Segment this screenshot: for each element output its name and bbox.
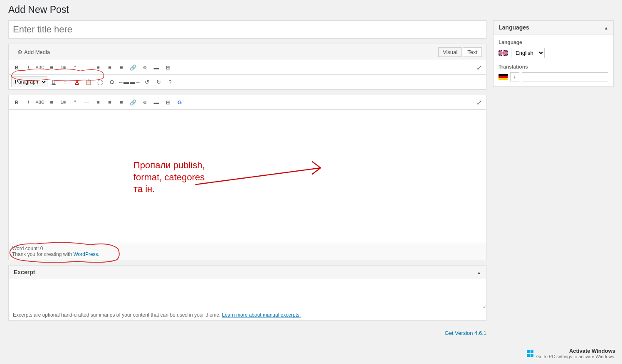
excerpt-textarea[interactable] <box>9 279 486 308</box>
languages-collapse-button[interactable] <box>604 24 608 31</box>
help-button[interactable]: ? <box>165 76 175 87</box>
add-media-button[interactable]: ⊕ Add Media <box>13 47 54 57</box>
google-translate-button[interactable]: G <box>174 97 185 108</box>
justify-button[interactable]: ≡ <box>60 76 71 87</box>
translation-input[interactable] <box>522 72 608 81</box>
undo-button[interactable]: ↺ <box>141 76 152 87</box>
text-cursor <box>13 114 13 121</box>
excerpt-collapse-button[interactable] <box>477 269 481 275</box>
svg-rect-8 <box>499 53 508 54</box>
align-center-button[interactable]: ≡ <box>104 62 115 73</box>
language-label: Language <box>499 39 608 45</box>
unordered-list-button-2[interactable]: ≡ <box>46 97 57 108</box>
excerpt-panel: Excerpt Excerpts are optional hand-craft… <box>8 265 486 321</box>
paragraph-select[interactable]: Paragraph Heading 1 Heading 2 <box>11 76 47 87</box>
toolbar-row-3: B I ABC ≡ 1≡ " — ≡ ≡ ≡ 🔗 ⊗ ▬ ⊞ G ⤢ <box>9 95 486 110</box>
horizontal-rule-button[interactable]: — <box>81 62 92 73</box>
clear-formatting-button[interactable]: ◯ <box>95 76 106 87</box>
expand-editor-button[interactable]: ⤢ <box>474 63 484 72</box>
toolbar-row-1: B I ABC ≡ 1≡ " — ≡ ≡ ≡ 🔗 ⊗ ▬ ⊞ ⤢ <box>9 60 486 75</box>
excerpt-title: Excerpt <box>14 269 35 275</box>
page-title: Add New Post <box>8 4 614 15</box>
languages-title: Languages <box>499 24 529 31</box>
unordered-list-button[interactable]: ≡ <box>46 62 57 73</box>
word-count: Word count: 0 <box>12 246 43 251</box>
align-left-button[interactable]: ≡ <box>93 62 104 73</box>
de-flag-icon <box>499 74 508 80</box>
link-button-2[interactable]: 🔗 <box>128 97 138 108</box>
outdent-button[interactable]: ←▬ <box>118 76 129 87</box>
align-center-button-2[interactable]: ≡ <box>104 97 115 108</box>
link-button[interactable]: 🔗 <box>128 62 138 73</box>
strikethrough-button[interactable]: ABC <box>35 62 45 73</box>
excerpt-header: Excerpt <box>9 266 486 279</box>
italic-button-2[interactable]: I <box>23 97 34 108</box>
language-select[interactable]: English German French <box>511 48 545 58</box>
more-tag-button-2[interactable]: ▬ <box>151 97 162 108</box>
add-translation-button[interactable]: + <box>510 72 519 81</box>
indent-button[interactable]: ▬→ <box>130 76 141 87</box>
translations-label: Translations <box>499 64 608 70</box>
unlink-button-2[interactable]: ⊗ <box>139 97 150 108</box>
strikethrough-button-2[interactable]: ABC <box>35 97 45 108</box>
text-color-button[interactable]: A <box>72 76 82 87</box>
table-button-2[interactable]: ⊞ <box>163 97 173 108</box>
ordered-list-button-2[interactable]: 1≡ <box>58 97 69 108</box>
editor-top-bar: ⊕ Add Media Visual Text <box>9 44 486 60</box>
align-right-button[interactable]: ≡ <box>116 62 127 73</box>
post-title-input[interactable] <box>8 20 486 39</box>
thank-you-text: Thank you for creating with <box>12 251 72 257</box>
excerpt-learn-more-link[interactable]: Learn more about manual excerpts. <box>222 312 301 318</box>
svg-rect-11 <box>499 78 508 80</box>
editor-footer: Word count: 0 Thank you for creating wit… <box>9 243 486 260</box>
svg-rect-9 <box>499 74 508 76</box>
underline-button[interactable]: U <box>48 76 59 87</box>
horizontal-rule-button-2[interactable]: — <box>81 97 92 108</box>
languages-panel: Languages Language <box>493 20 614 87</box>
align-right-button-2[interactable]: ≡ <box>116 97 127 108</box>
table-button[interactable]: ⊞ <box>163 62 173 73</box>
bold-button[interactable]: B <box>11 62 22 73</box>
unlink-button[interactable]: ⊗ <box>139 62 150 73</box>
expand-editor-button-2[interactable]: ⤢ <box>474 98 484 107</box>
get-version-link[interactable]: Get Version 4.6.1 <box>445 330 486 336</box>
excerpt-help: Excerpts are optional hand-crafted summa… <box>9 310 486 320</box>
blockquote-button[interactable]: " <box>69 62 80 73</box>
redo-button[interactable]: ↻ <box>153 76 164 87</box>
add-media-label: Add Media <box>24 49 50 55</box>
ordered-list-button[interactable]: 1≡ <box>58 62 69 73</box>
annotation-arrow <box>175 143 383 226</box>
special-char-button[interactable]: Ω <box>106 76 117 87</box>
editor-content[interactable]: Пропали publish, format, categores та ін… <box>9 110 486 243</box>
more-tag-button[interactable]: ▬ <box>151 62 162 73</box>
paste-button[interactable]: 📋 <box>83 76 94 87</box>
add-media-icon: ⊕ <box>17 49 22 55</box>
svg-rect-10 <box>499 76 508 78</box>
visual-view-button[interactable]: Visual <box>438 47 462 57</box>
sidebar: Languages Language <box>493 20 614 87</box>
languages-body: Language <box>494 34 613 86</box>
wordpress-link[interactable]: WordPress. <box>73 251 99 257</box>
text-view-button[interactable]: Text <box>463 47 482 57</box>
align-left-button-2[interactable]: ≡ <box>93 97 104 108</box>
bold-button-2[interactable]: B <box>11 97 22 108</box>
translation-row: + <box>499 72 608 81</box>
uk-flag-icon <box>499 50 508 56</box>
annotation-missing-panels: Пропали publish, format, categores та ін… <box>133 160 205 195</box>
toolbar-row-2: Paragraph Heading 1 Heading 2 U ≡ A 📋 ◯ … <box>9 75 486 89</box>
blockquote-button-2[interactable]: " <box>69 97 80 108</box>
language-selector: English German French <box>499 48 608 58</box>
italic-button[interactable]: I <box>23 62 34 73</box>
languages-panel-header: Languages <box>494 21 613 34</box>
